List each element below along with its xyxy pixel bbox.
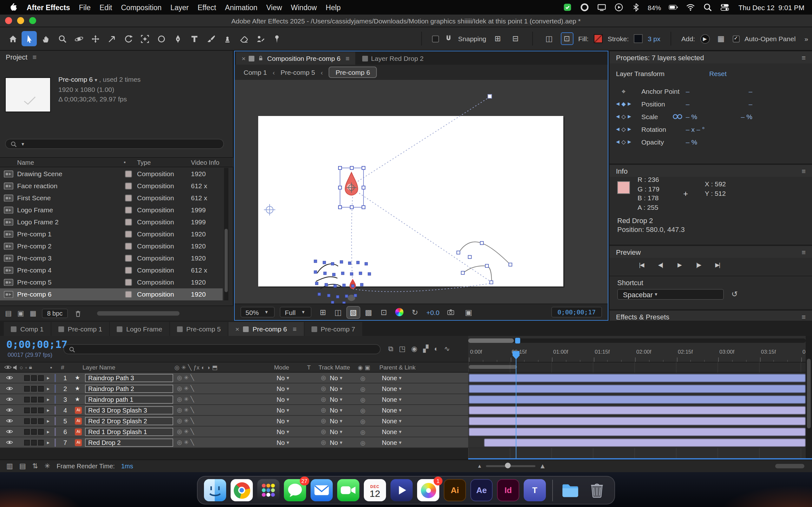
- hand-tool[interactable]: [38, 31, 53, 46]
- tool-creates-shape-icon[interactable]: ⊡: [560, 32, 573, 45]
- previous-frame-button[interactable]: ◀|: [654, 260, 667, 269]
- layer-expander-icon[interactable]: ▸: [47, 375, 55, 381]
- next-frame-button[interactable]: |▶: [692, 260, 705, 269]
- anchor-point-icon[interactable]: ⌖: [610, 87, 638, 95]
- project-row-pre-comp-1[interactable]: Pre-comp 1Composition1920: [0, 228, 223, 240]
- layer-switch-icon[interactable]: ╲: [191, 407, 194, 413]
- layer-switch-icon[interactable]: ╲: [191, 439, 194, 446]
- layer-visibility-icon[interactable]: [4, 395, 15, 404]
- layer-switch-icon[interactable]: ✳: [184, 429, 189, 435]
- project-horizontal-scrollbar[interactable]: [97, 311, 179, 316]
- layer-switch-icon[interactable]: ✳: [184, 407, 189, 413]
- layer-mode-select[interactable]: No▾: [276, 428, 310, 435]
- control-center-icon[interactable]: [719, 2, 729, 12]
- dock-mail-icon[interactable]: [310, 479, 333, 501]
- selection-tool[interactable]: [21, 31, 37, 46]
- snap-option-icon-1[interactable]: ⊞: [491, 32, 504, 45]
- project-panel-menu-icon[interactable]: ≡: [33, 53, 37, 61]
- layer-row-raindrop-path-2[interactable]: ▸2★Raindrop Path 2◎✳╲No▾◎No▾◎None▾: [0, 383, 468, 394]
- layer-row-raindrop-path-3[interactable]: ▸1★Raindrop Path 3◎✳╲No▾◎No▾◎None▾: [0, 373, 468, 383]
- new-folder-icon[interactable]: ▣: [17, 309, 24, 318]
- layer-visibility-icon[interactable]: [4, 406, 15, 414]
- property-value[interactable]: – %: [741, 113, 752, 120]
- orbit-camera-tool[interactable]: [71, 31, 86, 46]
- layer-parent-select[interactable]: None▾: [382, 439, 445, 446]
- property-value[interactable]: – %: [686, 138, 697, 146]
- timeline-tab-pre-comp-1[interactable]: Pre-comp 1: [51, 322, 109, 336]
- layer-parent-pickwhip-icon[interactable]: ◎: [360, 417, 382, 424]
- layer-switch-icon[interactable]: ◎: [177, 418, 182, 424]
- timeline-tab-logo-frame[interactable]: Logo Frame: [110, 322, 169, 336]
- layer-track-matte-select[interactable]: ◎No▾: [321, 439, 360, 446]
- snapshot-icon[interactable]: [444, 306, 457, 318]
- project-bit-depth-button[interactable]: 8 bpc: [42, 308, 67, 318]
- layer-mode-select[interactable]: No▾: [276, 385, 310, 392]
- label-color-chip[interactable]: [125, 231, 132, 238]
- layer-track-matte-select[interactable]: ◎No▾: [321, 385, 360, 392]
- layer-duration-bar-3[interactable]: [469, 395, 806, 404]
- dock-trash-icon[interactable]: [586, 479, 608, 501]
- project-row-pre-comp-3[interactable]: Pre-comp 3Composition1920: [0, 252, 223, 264]
- layer-mode-select[interactable]: No▾: [276, 406, 310, 413]
- label-color-chip[interactable]: [125, 267, 132, 274]
- timeline-zoom-control[interactable]: ▲ ▲: [477, 462, 546, 469]
- preview-menu-icon[interactable]: ≡: [802, 248, 806, 256]
- bluetooth-icon[interactable]: [630, 2, 641, 12]
- current-timecode[interactable]: 0;00;00;17: [6, 338, 67, 350]
- layer-switch-icon[interactable]: ◎: [177, 396, 182, 402]
- feature-box[interactable]: [31, 429, 37, 435]
- magnification-select[interactable]: 50%▾: [241, 307, 275, 318]
- layer-switch-icon[interactable]: ╲: [191, 396, 194, 402]
- keyframe-navigator[interactable]: ◀◇▶: [610, 139, 638, 145]
- project-row-pre-comp-4[interactable]: Pre-comp 4Composition612 x: [0, 264, 223, 276]
- transparency-grid-icon[interactable]: ▩: [362, 306, 375, 318]
- zoom-slider-knob[interactable]: [505, 463, 511, 468]
- property-value[interactable]: –: [686, 100, 690, 108]
- stroke-color-swatch[interactable]: [634, 34, 643, 43]
- motion-blur-icon[interactable]: ◐: [434, 345, 438, 353]
- shortcut-reset-icon[interactable]: ↺: [731, 290, 738, 298]
- keyframe-navigator[interactable]: ◀◇▶: [610, 113, 638, 120]
- layer-parent-pickwhip-icon[interactable]: ◎: [360, 439, 382, 446]
- label-color-chip[interactable]: [125, 194, 132, 202]
- layer-name-field[interactable]: Red Drop 2: [85, 438, 173, 447]
- timeline-horizontal-scrollbar[interactable]: [775, 464, 804, 468]
- tool-creates-mask-icon[interactable]: ◫: [543, 32, 555, 45]
- menu-effect[interactable]: Effect: [198, 3, 216, 11]
- layer-duration-bar-1[interactable]: [469, 374, 806, 382]
- feature-box[interactable]: [31, 386, 37, 391]
- layer-name-field[interactable]: Red 3 Drop Splash 3: [85, 406, 173, 414]
- comp-mini-flowchart-icon[interactable]: ⧉: [388, 345, 393, 353]
- timeline-search-input[interactable]: [63, 344, 380, 354]
- exposure-value[interactable]: +0.0: [426, 308, 439, 316]
- layer-switch-icon[interactable]: ◎: [177, 385, 182, 392]
- status-app-ring-icon[interactable]: [579, 2, 589, 12]
- layer-label-chip[interactable]: [55, 439, 63, 446]
- screen-mirroring-icon[interactable]: [596, 2, 606, 12]
- feature-box[interactable]: [38, 429, 44, 435]
- menu-animation[interactable]: Animation: [225, 3, 257, 11]
- breadcrumb-current-pre-comp-6[interactable]: Pre-comp 6: [328, 66, 377, 78]
- active-app-menu[interactable]: After Effects: [27, 3, 70, 11]
- menu-bar-clock[interactable]: Thu Dec 12 9:01 PM: [739, 3, 804, 11]
- dock-calendar-icon[interactable]: DEC12: [364, 479, 386, 501]
- dock-indesign-icon[interactable]: Id: [497, 479, 519, 501]
- add-menu-icon[interactable]: ▶: [700, 34, 710, 43]
- dock-tv-icon[interactable]: [391, 479, 413, 501]
- feature-box[interactable]: [24, 386, 30, 391]
- workspace-grid-icon[interactable]: ▦: [715, 32, 727, 45]
- project-search-input[interactable]: ▾: [5, 139, 224, 149]
- interpret-footage-icon[interactable]: ▤: [5, 309, 12, 318]
- layer-switch-icon[interactable]: ✳: [184, 396, 189, 402]
- zoom-slider-track[interactable]: [486, 465, 536, 467]
- wifi-icon[interactable]: [685, 2, 695, 12]
- layer-mode-select[interactable]: No▾: [276, 417, 310, 424]
- dock-after-effects-icon[interactable]: Ae: [470, 479, 493, 501]
- project-comp-name[interactable]: Pre-comp 6: [58, 75, 93, 83]
- layer-switch-icon[interactable]: ╲: [191, 385, 194, 392]
- layer-name-field[interactable]: Raindrop path 1: [85, 395, 173, 403]
- toggle-switches-modes-icon[interactable]: ✳: [44, 462, 50, 470]
- snap-option-icon-2[interactable]: ⊟: [509, 32, 522, 45]
- feature-box[interactable]: [38, 396, 44, 402]
- last-frame-button[interactable]: ▶|: [711, 260, 724, 269]
